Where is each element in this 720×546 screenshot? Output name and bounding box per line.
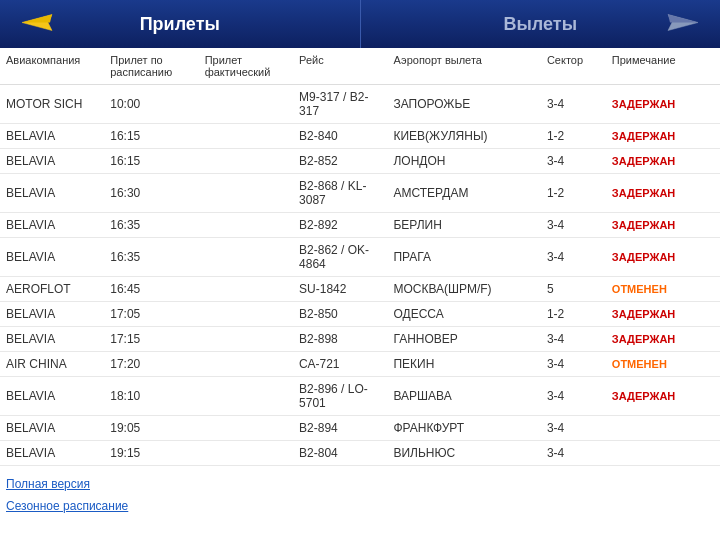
cell-actual — [201, 149, 295, 174]
departures-title: Вылеты — [503, 14, 577, 35]
cell-note: ЗАДЕРЖАН — [608, 174, 720, 213]
table-row: MOTOR SICH 10:00 М9-317 / В2-317 ЗАПОРОЖ… — [0, 85, 720, 124]
cell-sector: 3-4 — [543, 441, 608, 466]
cell-scheduled: 19:05 — [106, 416, 200, 441]
cell-scheduled: 10:00 — [106, 85, 200, 124]
cell-airline: MOTOR SICH — [0, 85, 106, 124]
cell-scheduled: 16:45 — [106, 277, 200, 302]
cell-scheduled: 19:15 — [106, 441, 200, 466]
cell-scheduled: 16:15 — [106, 149, 200, 174]
cell-airline: BELAVIA — [0, 213, 106, 238]
cell-flight: В2-862 / OK-4864 — [295, 238, 389, 277]
cell-note: ЗАДЕРЖАН — [608, 85, 720, 124]
col-header-sector: Сектор — [543, 48, 608, 85]
cell-airline: AEROFLOT — [0, 277, 106, 302]
cell-actual — [201, 416, 295, 441]
page-header: Прилеты Вылеты — [0, 0, 720, 48]
cell-flight: СА-721 — [295, 352, 389, 377]
col-header-flight: Рейс — [295, 48, 389, 85]
cell-sector: 3-4 — [543, 85, 608, 124]
cell-note — [608, 441, 720, 466]
col-header-actual: Прилет фактический — [201, 48, 295, 85]
cell-flight: В2-804 — [295, 441, 389, 466]
cell-sector: 1-2 — [543, 124, 608, 149]
cell-actual — [201, 277, 295, 302]
table-row: BELAVIA 18:10 В2-896 / LO-5701 ВАРШАВА 3… — [0, 377, 720, 416]
table-row: BELAVIA 16:35 В2-892 БЕРЛИН 3-4 ЗАДЕРЖАН — [0, 213, 720, 238]
cell-airport: ОДЕССА — [389, 302, 542, 327]
cell-sector: 1-2 — [543, 174, 608, 213]
cell-sector: 3-4 — [543, 352, 608, 377]
full-version-link[interactable]: Полная версия — [6, 474, 714, 496]
cell-airline: BELAVIA — [0, 327, 106, 352]
cell-airline: BELAVIA — [0, 149, 106, 174]
cell-note: ОТМЕНЕН — [608, 277, 720, 302]
cell-airline: BELAVIA — [0, 174, 106, 213]
cell-actual — [201, 441, 295, 466]
flights-table-container: Авиакомпания Прилет по расписанию Прилет… — [0, 48, 720, 466]
table-row: BELAVIA 19:05 В2-894 ФРАНКФУРТ 3-4 — [0, 416, 720, 441]
cell-sector: 3-4 — [543, 377, 608, 416]
cell-note: ОТМЕНЕН — [608, 352, 720, 377]
departures-tab[interactable]: Вылеты — [361, 0, 721, 48]
cell-scheduled: 16:35 — [106, 238, 200, 277]
cell-note: ЗАДЕРЖАН — [608, 377, 720, 416]
cell-note: ЗАДЕРЖАН — [608, 238, 720, 277]
cell-sector: 3-4 — [543, 213, 608, 238]
cell-flight: SU-1842 — [295, 277, 389, 302]
cell-note: ЗАДЕРЖАН — [608, 213, 720, 238]
cell-airport: МОСКВА(ШРМ/F) — [389, 277, 542, 302]
cell-airport: ФРАНКФУРТ — [389, 416, 542, 441]
cell-sector: 3-4 — [543, 149, 608, 174]
cell-scheduled: 17:20 — [106, 352, 200, 377]
cell-actual — [201, 85, 295, 124]
cell-airline: BELAVIA — [0, 441, 106, 466]
cell-flight: В2-892 — [295, 213, 389, 238]
cell-airport: БЕРЛИН — [389, 213, 542, 238]
plane-departures-icon — [664, 11, 700, 38]
cell-scheduled: 17:15 — [106, 327, 200, 352]
cell-actual — [201, 238, 295, 277]
flights-table: Авиакомпания Прилет по расписанию Прилет… — [0, 48, 720, 466]
cell-note — [608, 416, 720, 441]
cell-flight: М9-317 / В2-317 — [295, 85, 389, 124]
cell-airport: ЗАПОРОЖЬЕ — [389, 85, 542, 124]
cell-airport: ВАРШАВА — [389, 377, 542, 416]
table-row: BELAVIA 17:15 В2-898 ГАННОВЕР 3-4 ЗАДЕРЖ… — [0, 327, 720, 352]
cell-note: ЗАДЕРЖАН — [608, 149, 720, 174]
table-row: BELAVIA 19:15 В2-804 ВИЛЬНЮС 3-4 — [0, 441, 720, 466]
arrivals-title: Прилеты — [140, 14, 220, 35]
table-row: BELAVIA 16:15 В2-852 ЛОНДОН 3-4 ЗАДЕРЖАН — [0, 149, 720, 174]
cell-scheduled: 16:30 — [106, 174, 200, 213]
cell-sector: 3-4 — [543, 416, 608, 441]
cell-flight: В2-896 / LO-5701 — [295, 377, 389, 416]
table-row: BELAVIA 16:30 В2-868 / KL-3087 АМСТЕРДАМ… — [0, 174, 720, 213]
col-header-airline: Авиакомпания — [0, 48, 106, 85]
cell-flight: В2-868 / KL-3087 — [295, 174, 389, 213]
table-row: BELAVIA 16:35 В2-862 / OK-4864 ПРАГА 3-4… — [0, 238, 720, 277]
page-footer: Полная версия Сезонное расписание — [0, 466, 720, 525]
cell-airport: ПРАГА — [389, 238, 542, 277]
cell-sector: 3-4 — [543, 238, 608, 277]
cell-actual — [201, 352, 295, 377]
col-header-note: Примечание — [608, 48, 720, 85]
col-header-scheduled: Прилет по расписанию — [106, 48, 200, 85]
cell-flight: В2-840 — [295, 124, 389, 149]
col-header-airport: Аэропорт вылета — [389, 48, 542, 85]
cell-scheduled: 17:05 — [106, 302, 200, 327]
cell-actual — [201, 302, 295, 327]
cell-note: ЗАДЕРЖАН — [608, 302, 720, 327]
cell-airline: BELAVIA — [0, 124, 106, 149]
cell-flight: В2-894 — [295, 416, 389, 441]
cell-sector: 3-4 — [543, 327, 608, 352]
table-header-row: Авиакомпания Прилет по расписанию Прилет… — [0, 48, 720, 85]
cell-airport: ПЕКИН — [389, 352, 542, 377]
cell-actual — [201, 174, 295, 213]
cell-actual — [201, 124, 295, 149]
cell-airport: ВИЛЬНЮС — [389, 441, 542, 466]
cell-note: ЗАДЕРЖАН — [608, 327, 720, 352]
arrivals-tab[interactable]: Прилеты — [0, 0, 361, 48]
seasonal-schedule-link[interactable]: Сезонное расписание — [6, 496, 714, 518]
cell-scheduled: 18:10 — [106, 377, 200, 416]
cell-scheduled: 16:15 — [106, 124, 200, 149]
